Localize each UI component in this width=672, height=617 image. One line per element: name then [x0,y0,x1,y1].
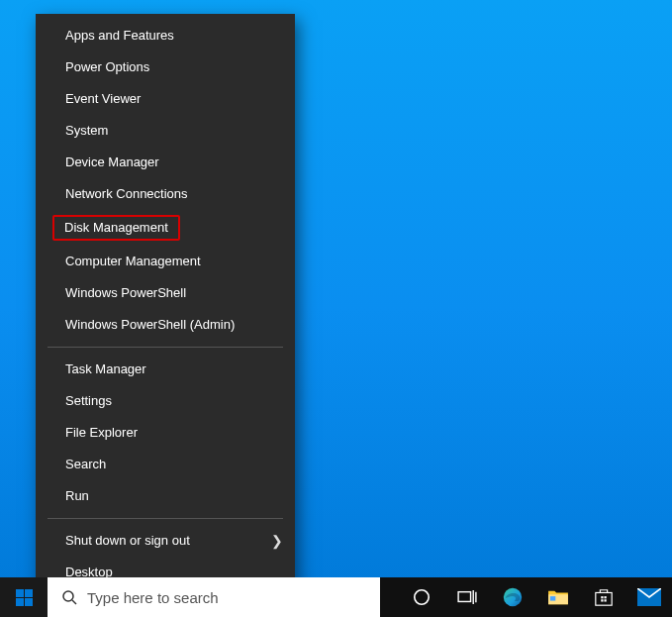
menu-item-label: Event Viewer [65,91,141,106]
file-explorer-icon[interactable] [535,577,581,617]
svg-rect-9 [601,596,603,598]
submenu-arrow-icon: ❯ [271,534,283,548]
cortana-button[interactable] [399,577,444,617]
search-icon [61,589,77,605]
menu-item-label: Apps and Features [65,28,174,43]
menu-item-computer-management[interactable]: Computer Management [36,246,295,277]
menu-item-search[interactable]: Search [36,449,295,480]
svg-rect-7 [550,596,555,601]
menu-item-network-connections[interactable]: Network Connections [36,178,295,210]
menu-item-power-options[interactable]: Power Options [36,51,295,83]
menu-separator [48,347,283,348]
highlight-box: Disk Management [52,215,180,241]
task-view-button[interactable] [444,577,490,617]
menu-item-label: System [65,123,108,138]
menu-item-label: Settings [65,393,112,408]
menu-item-label: Shut down or sign out [65,533,190,548]
menu-separator [48,518,283,519]
menu-item-label: Run [65,488,89,503]
svg-rect-8 [596,592,612,605]
edge-browser-icon[interactable] [490,577,535,617]
menu-item-label: Windows PowerShell (Admin) [65,317,235,332]
svg-line-1 [72,600,76,604]
menu-item-run[interactable]: Run [36,480,295,512]
winx-context-menu: Apps and Features Power Options Event Vi… [36,14,295,592]
menu-item-apps-and-features[interactable]: Apps and Features [36,20,295,51]
menu-item-label: Power Options [65,59,149,74]
svg-rect-10 [604,596,606,598]
microsoft-store-icon[interactable] [581,577,626,617]
menu-item-label: File Explorer [65,425,138,440]
menu-item-system[interactable]: System [36,115,295,147]
taskbar-search[interactable]: Type here to search [48,577,380,617]
start-button[interactable] [0,577,48,617]
mail-app-icon[interactable] [626,577,672,617]
menu-item-device-manager[interactable]: Device Manager [36,147,295,178]
svg-point-0 [63,591,73,601]
search-placeholder: Type here to search [87,589,219,606]
menu-item-label: Disk Management [64,220,168,235]
menu-item-label: Search [65,457,106,471]
taskbar: Type here to search [0,577,672,617]
menu-item-label: Windows PowerShell [65,285,186,300]
menu-item-event-viewer[interactable]: Event Viewer [36,83,295,115]
windows-logo-icon [16,589,33,606]
menu-item-disk-management[interactable]: Disk Management [36,210,295,246]
menu-item-label: Computer Management [65,254,201,268]
svg-rect-3 [458,592,470,602]
menu-item-windows-powershell[interactable]: Windows PowerShell [36,277,295,309]
menu-item-task-manager[interactable]: Task Manager [36,354,295,385]
menu-item-label: Device Manager [65,154,159,169]
svg-rect-12 [604,599,606,601]
menu-item-label: Network Connections [65,186,188,201]
svg-rect-11 [601,599,603,601]
menu-item-windows-powershell-admin[interactable]: Windows PowerShell (Admin) [36,309,295,341]
menu-item-shut-down-or-sign-out[interactable]: Shut down or sign out ❯ [36,525,295,557]
svg-point-2 [415,590,429,604]
menu-item-label: Task Manager [65,361,146,376]
menu-item-settings[interactable]: Settings [36,385,295,417]
taskbar-icons [399,577,672,617]
menu-item-file-explorer[interactable]: File Explorer [36,417,295,449]
